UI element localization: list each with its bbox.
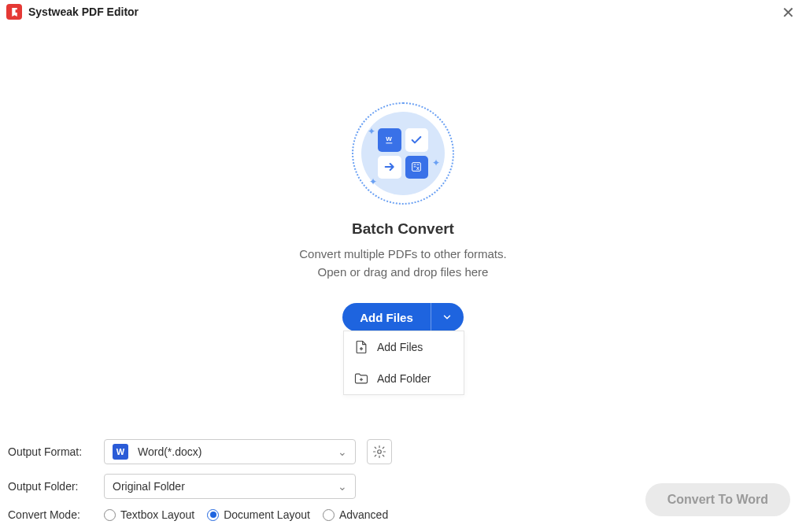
add-files-button[interactable]: Add Files bbox=[342, 303, 431, 331]
close-button[interactable]: ✕ bbox=[777, 3, 800, 22]
convert-mode-label: Convert Mode: bbox=[8, 508, 104, 521]
output-format-select[interactable]: W Word(*.docx) ⌄ bbox=[104, 439, 356, 464]
chevron-down-icon: ⌄ bbox=[338, 445, 347, 458]
batch-convert-illustration: W X ✦ ✦ ✦ bbox=[352, 102, 454, 205]
radio-advanced[interactable]: Advanced bbox=[323, 508, 388, 521]
radio-document-layout[interactable]: Document Layout bbox=[207, 508, 310, 521]
dropdown-item-label: Add Files bbox=[377, 341, 423, 353]
output-format-settings-button[interactable] bbox=[367, 439, 392, 464]
radio-label: Advanced bbox=[339, 508, 388, 521]
titlebar: Systweak PDF Editor ✕ bbox=[0, 0, 806, 24]
add-files-dropdown-toggle[interactable] bbox=[431, 303, 464, 331]
radio-label: Document Layout bbox=[224, 508, 310, 521]
output-folder-value: Original Folder bbox=[113, 480, 185, 493]
output-format-label: Output Format: bbox=[8, 445, 104, 458]
main-area: W X ✦ ✦ ✦ Batch Convert Convert multiple… bbox=[0, 24, 806, 331]
convert-mode-options: Textbox Layout Document Layout Advanced bbox=[104, 508, 388, 521]
svg-rect-3 bbox=[414, 164, 416, 165]
gear-icon bbox=[372, 445, 386, 459]
app-title: Systweak PDF Editor bbox=[28, 6, 139, 18]
svg-text:X: X bbox=[416, 166, 420, 171]
svg-text:W: W bbox=[386, 135, 392, 142]
subtext-line1: Convert multiple PDFs to other formats. bbox=[299, 247, 506, 260]
dropdown-item-add-folder[interactable]: Add Folder bbox=[344, 363, 464, 394]
svg-rect-1 bbox=[386, 142, 392, 143]
add-files-group: Add Files bbox=[342, 303, 464, 331]
file-plus-icon bbox=[353, 339, 369, 355]
app-icon bbox=[6, 4, 22, 20]
dropdown-item-label: Add Folder bbox=[377, 372, 431, 385]
check-icon bbox=[405, 128, 429, 152]
radio-textbox-layout[interactable]: Textbox Layout bbox=[104, 508, 194, 521]
subtext-line2: Open or drag and drop files here bbox=[318, 265, 489, 279]
output-format-row: Output Format: W Word(*.docx) ⌄ bbox=[8, 439, 798, 464]
add-files-dropdown: Add Files Add Folder bbox=[343, 331, 464, 395]
arrow-right-icon bbox=[378, 156, 401, 179]
chevron-down-icon bbox=[442, 312, 453, 323]
doc-x-icon: X bbox=[405, 156, 429, 179]
output-folder-select[interactable]: Original Folder ⌄ bbox=[104, 474, 356, 499]
folder-plus-icon bbox=[353, 371, 369, 386]
svg-rect-5 bbox=[417, 164, 420, 165]
convert-button[interactable]: Convert To Word bbox=[645, 483, 790, 516]
dropdown-item-add-files[interactable]: Add Files bbox=[344, 331, 464, 363]
output-format-value: Word(*.docx) bbox=[138, 445, 202, 458]
page-subtext: Convert multiple PDFs to other formats. … bbox=[299, 246, 506, 281]
radio-label: Textbox Layout bbox=[120, 508, 194, 521]
word-icon: W bbox=[113, 444, 128, 460]
svg-rect-4 bbox=[414, 167, 416, 168]
doc-w-icon: W bbox=[378, 128, 401, 152]
settings-panel: Output Format: W Word(*.docx) ⌄ Output F… bbox=[0, 439, 806, 532]
chevron-down-icon: ⌄ bbox=[338, 480, 347, 493]
svg-point-7 bbox=[378, 450, 382, 454]
page-heading: Batch Convert bbox=[352, 220, 454, 238]
output-folder-label: Output Folder: bbox=[8, 480, 104, 493]
